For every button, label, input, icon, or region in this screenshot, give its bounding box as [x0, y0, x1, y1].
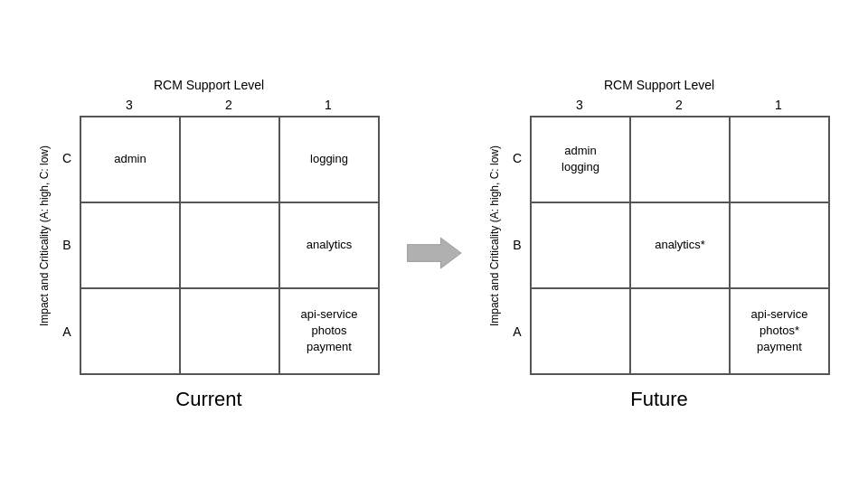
current-col-header-1: 1 [278, 98, 378, 116]
future-col-headers: 3 2 1 [530, 98, 830, 116]
cell-c1-current: logging [279, 117, 379, 202]
future-row-label-a: A [505, 288, 530, 374]
current-diagram: RCM Support Level Impact and Criticality… [38, 78, 380, 411]
future-col-header-1: 1 [729, 98, 828, 116]
cell-a2-current [180, 288, 279, 374]
cell-a3-future [531, 288, 630, 374]
cell-c2-current [180, 117, 279, 202]
current-row-labels: C B A [54, 116, 80, 375]
cell-b2-current [180, 202, 279, 288]
cell-c3-future: adminlogging [531, 117, 630, 202]
future-label: Future [630, 388, 688, 411]
cell-a1-current: api-servicephotospayment [279, 288, 379, 374]
cell-b3-current [80, 202, 180, 288]
future-row-label-b: B [505, 202, 530, 287]
cell-b2-future: analytics* [630, 202, 730, 288]
current-row-label-a: A [54, 288, 80, 374]
cell-c1-future [730, 117, 829, 202]
cell-a1-future: api-servicephotos*payment [730, 288, 829, 374]
cell-b1-current: analytics [279, 202, 379, 288]
current-row-label-c: C [54, 116, 80, 202]
cell-c3-current: admin [80, 117, 180, 202]
current-row-label-b: B [54, 202, 80, 287]
current-rcm-title: RCM Support Level [154, 78, 264, 92]
page-container: RCM Support Level Impact and Criticality… [0, 0, 868, 488]
future-row-labels: C B A [505, 116, 530, 375]
future-diagram: RCM Support Level Impact and Criticality… [488, 78, 830, 411]
cell-b1-future [730, 202, 829, 288]
cell-c2-future [630, 117, 730, 202]
future-col-header-3: 3 [530, 98, 629, 116]
current-label: Current [175, 388, 241, 411]
future-col-header-2: 2 [629, 98, 729, 116]
current-col-header-3: 3 [80, 98, 179, 116]
future-rcm-title: RCM Support Level [604, 78, 714, 92]
future-grid: adminlogging analytics* api-servicephoto… [530, 116, 830, 375]
current-col-header-2: 2 [179, 98, 278, 116]
future-row-label-c: C [505, 116, 530, 202]
current-grid: admin logging analytics api-servicephoto… [80, 116, 380, 375]
future-y-axis-label: Impact and Criticality (A: high, C: low) [488, 145, 501, 326]
current-col-headers: 3 2 1 [80, 98, 380, 116]
current-y-axis-label: Impact and Criticality (A: high, C: low) [38, 145, 51, 326]
cell-a2-future [630, 288, 730, 374]
arrow [407, 230, 461, 276]
svg-marker-0 [407, 238, 461, 268]
cell-b3-future [531, 202, 630, 288]
cell-a3-current [80, 288, 180, 374]
